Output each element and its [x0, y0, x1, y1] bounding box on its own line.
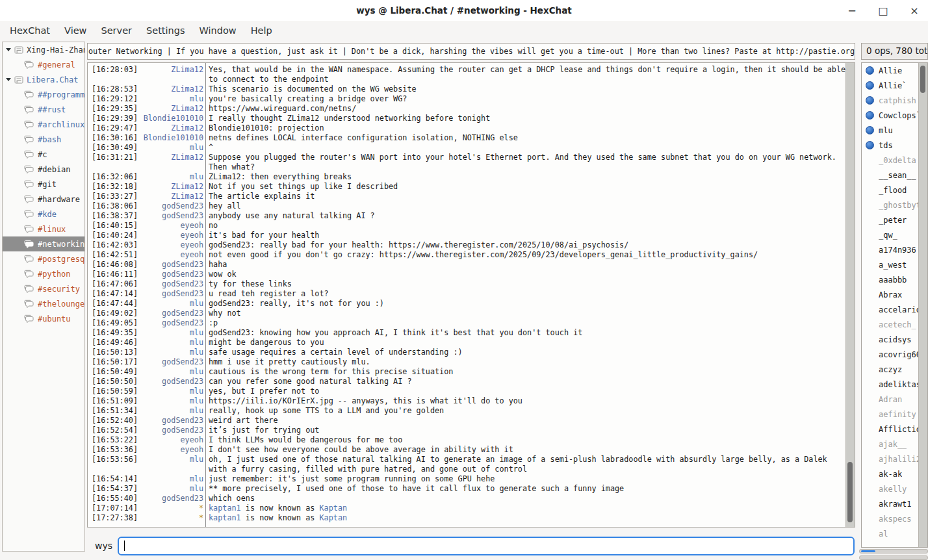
userlist-hscrollbar[interactable] [859, 549, 928, 554]
nick[interactable]: ZLima12 [138, 192, 203, 201]
nick-reference[interactable]: Kaptan [319, 513, 347, 522]
nick[interactable]: eyeoh [138, 250, 203, 260]
nick[interactable]: godSend23 [138, 494, 203, 503]
chat-scrollbar-thumb[interactable] [847, 462, 853, 522]
tree-channel-python[interactable]: #python [3, 266, 84, 281]
tree-network-xing-hai-zhan[interactable]: Xing-Hai-Zhan [3, 42, 84, 57]
user-list-item[interactable]: _flood [862, 183, 927, 197]
user-list-item[interactable]: akrawt1 [862, 496, 927, 511]
close-button[interactable]: × [909, 5, 920, 17]
tree-channel-rust[interactable]: ##rust [3, 102, 84, 117]
topic-bar[interactable]: outer Networking | If you have a questio… [87, 43, 855, 60]
tree-channel-programmi[interactable]: ##programmi [3, 87, 84, 102]
nick[interactable]: ZLima12 [138, 84, 203, 94]
tree-channel-hardware[interactable]: #hardware [3, 192, 84, 207]
userlist-header[interactable]: 0 ops, 780 tota [861, 43, 928, 60]
nick-reference[interactable]: kaptan1 [209, 513, 241, 522]
user-list-item[interactable]: aaabbb [862, 272, 927, 287]
expander-icon[interactable] [6, 48, 11, 51]
nick[interactable]: godSend23 [138, 289, 203, 299]
nick[interactable]: eyeoh [138, 221, 203, 231]
userlist-scrollbar-thumb[interactable] [920, 66, 925, 93]
nick[interactable]: godSend23 [138, 426, 203, 435]
user-list-item[interactable]: acidsys [862, 332, 927, 347]
tree-channel-git[interactable]: #git [3, 177, 84, 192]
nick[interactable]: ZLima12 [138, 153, 203, 172]
user-list-item[interactable]: Abrax [862, 287, 927, 302]
user-list-item[interactable]: _qw_ [862, 227, 927, 242]
nick[interactable]: godSend23 [138, 377, 203, 387]
userlist-hscrollbar-thumb[interactable] [861, 550, 875, 552]
user-list-item[interactable]: al [862, 526, 927, 541]
user-list-item[interactable]: a174n936 [862, 242, 927, 257]
nick[interactable]: * [138, 513, 203, 523]
user-list-item[interactable]: acovrig60 [862, 347, 927, 362]
nick[interactable]: ZLima12 [138, 123, 203, 133]
nick[interactable]: ZLima12 [138, 182, 203, 192]
nick-reference[interactable]: Kaptan [319, 503, 347, 513]
menu-server[interactable]: Server [94, 23, 139, 38]
menu-view[interactable]: View [57, 23, 94, 38]
nick[interactable]: mlu [138, 328, 203, 338]
nick[interactable]: * [138, 503, 203, 513]
nick[interactable]: ZLima12 [138, 104, 203, 114]
nick[interactable]: eyeoh [138, 435, 203, 445]
nick[interactable]: godSend23 [138, 279, 203, 289]
user-list-item[interactable]: akspecs [862, 511, 927, 526]
nick[interactable]: godSend23 [138, 309, 203, 318]
user-list-item[interactable]: catphish [862, 93, 927, 108]
user-list-item[interactable]: akelly [862, 481, 927, 496]
nick[interactable]: godSend23 [138, 270, 203, 279]
tree-channel-general[interactable]: #general [3, 57, 84, 72]
tree-channel-ubuntu[interactable]: #ubuntu [3, 311, 84, 326]
nick[interactable]: godSend23 [138, 201, 203, 211]
nick[interactable]: mlu [138, 367, 203, 377]
user-list-item[interactable]: adeliktas [862, 377, 927, 392]
nick[interactable]: mlu [138, 143, 203, 153]
nick[interactable]: mlu [138, 348, 203, 357]
user-list-item[interactable]: _ghostbyt [862, 197, 927, 212]
user-list-item[interactable]: Cowclops` [862, 108, 927, 123]
user-list-item[interactable]: accelario [862, 302, 927, 317]
menu-window[interactable]: Window [192, 23, 244, 38]
expander-icon[interactable] [6, 78, 11, 81]
nick[interactable]: mlu [138, 484, 203, 494]
user-list-item[interactable]: Allie` [862, 78, 927, 93]
nick[interactable]: godSend23 [138, 211, 203, 221]
tree-channel-archlinux[interactable]: #archlinux [3, 117, 84, 132]
user-list-item[interactable]: aefinity [862, 407, 927, 422]
user-list-item[interactable]: mlu [862, 123, 927, 138]
bottom-hscrollbar[interactable] [859, 555, 928, 560]
user-list-item[interactable]: Adran [862, 392, 927, 407]
chat-scrollbar[interactable] [845, 63, 855, 527]
maximize-button[interactable]: □ [877, 5, 889, 17]
menu-settings[interactable]: Settings [139, 23, 192, 38]
tree-channel-postgresql[interactable]: #postgresql [3, 251, 84, 266]
nick[interactable]: mlu [138, 455, 203, 474]
nick[interactable]: mlu [138, 299, 203, 309]
nick[interactable]: godSend23 [138, 357, 203, 367]
menu-hexchat[interactable]: HexChat [3, 23, 57, 38]
user-list-item[interactable]: _0xdelta [862, 153, 927, 168]
nick[interactable]: mlu [138, 94, 203, 104]
nick[interactable]: mlu [138, 396, 203, 406]
user-list-item[interactable]: aczyz [862, 362, 927, 377]
user-list-item[interactable]: ajhalili2 [862, 452, 927, 466]
nick-reference[interactable]: kaptan1 [209, 503, 241, 513]
user-list-item[interactable]: _peter [862, 212, 927, 227]
nick[interactable]: eyeoh [138, 231, 203, 240]
tree-channel-bash[interactable]: #bash [3, 132, 84, 147]
nick[interactable]: eyeoh [138, 240, 203, 250]
user-list-item[interactable]: tds [862, 138, 927, 153]
userlist-scrollbar[interactable] [918, 63, 927, 547]
user-list-item[interactable]: a_west [862, 257, 927, 272]
tree-channel-kde[interactable]: #kde [3, 207, 84, 222]
user-list-item[interactable]: Afflictio [862, 422, 927, 437]
nick[interactable]: mlu [138, 338, 203, 348]
nick[interactable]: mlu [138, 406, 203, 416]
user-list-item[interactable]: Allie [862, 63, 927, 78]
tree-channel-networking[interactable]: #networking [3, 236, 84, 251]
nick[interactable]: godSend23 [138, 416, 203, 426]
tree-channel-security[interactable]: #security [3, 281, 84, 296]
user-list-item[interactable]: ajak__ [862, 437, 927, 452]
